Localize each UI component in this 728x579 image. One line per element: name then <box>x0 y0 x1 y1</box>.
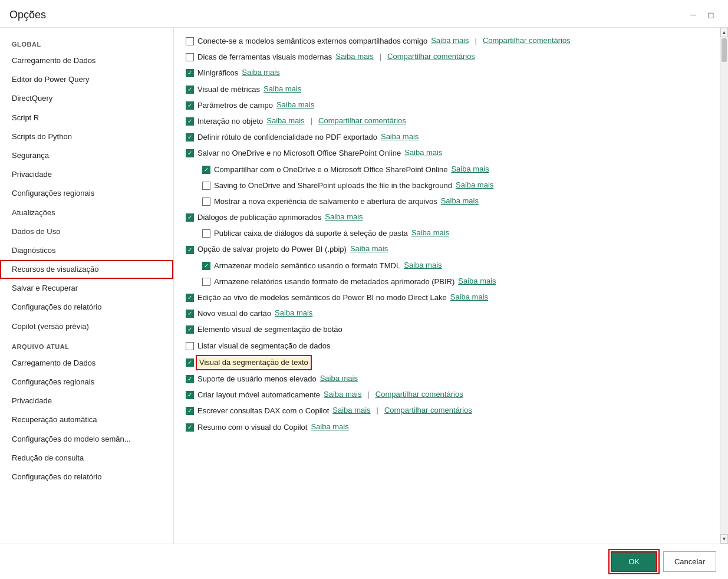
link-compartilhar-criar-layout[interactable]: Compartilhar comentários <box>375 390 463 399</box>
link-compartilhar-dicas[interactable]: Compartilhar comentários <box>387 52 475 61</box>
sidebar-item-a-config-regionais[interactable]: Configurações regionais <box>0 373 173 392</box>
ok-button[interactable]: OK <box>611 551 657 572</box>
checkbox-definir-rotulo[interactable] <box>186 133 194 142</box>
checkbox-publicar-caixa[interactable] <box>202 229 210 238</box>
checkbox-novo-visual-cartao[interactable] <box>186 310 194 318</box>
sidebar-item-a-config-relatorio[interactable]: Configurações do relatório <box>0 468 173 486</box>
link-saiba-mais-dialogos[interactable]: Saiba mais <box>325 212 363 221</box>
link-saiba-mais-saving-onedrive[interactable]: Saiba mais <box>456 180 493 189</box>
link-saiba-mais-opcao-salvar[interactable]: Saiba mais <box>350 244 388 253</box>
label-dialogos: Diálogos de publicação aprimorados <box>197 212 321 223</box>
link-saiba-mais-armazene-relatorios[interactable]: Saiba mais <box>458 277 496 285</box>
sidebar-item-config-regionais[interactable]: Configurações regionais <box>0 184 173 203</box>
option-row-visual-metricas: Visual de métricas Saiba mais <box>186 84 708 95</box>
checkbox-suporte-usuario[interactable] <box>186 375 194 383</box>
checkbox-criar-layout[interactable] <box>186 391 194 399</box>
content-area: Conecte-se a modelos semânticos externos… <box>174 28 720 544</box>
link-compartilhar-escrever-dax[interactable]: Compartilhar comentários <box>384 406 472 414</box>
checkbox-interacao[interactable] <box>186 117 194 126</box>
link-saiba-mais-criar-layout[interactable]: Saiba mais <box>324 390 361 399</box>
sidebar-item-carga-dados[interactable]: Carregamento de Dados <box>0 51 173 70</box>
cancel-button[interactable]: Cancelar <box>663 551 716 572</box>
sidebar-item-diagnosticos[interactable]: Diagnósticos <box>0 241 173 260</box>
checkbox-opcao-salvar[interactable] <box>186 246 194 254</box>
link-saiba-mais-compartilhar-onedrive[interactable]: Saiba mais <box>451 165 489 173</box>
label-listar-visual: Listar visual de segmentação de dados <box>197 341 330 351</box>
scroll-down-button[interactable]: ▼ <box>720 534 728 544</box>
link-saiba-mais-escrever-dax[interactable]: Saiba mais <box>332 406 370 414</box>
sidebar-item-copilot[interactable]: Copilot (versão prévia) <box>0 317 173 336</box>
sidebar-item-a-carga-dados[interactable]: Carregamento de Dados <box>0 354 173 373</box>
checkbox-compartilhar-onedrive[interactable] <box>202 166 210 174</box>
scroll-up-button[interactable]: ▲ <box>720 28 728 37</box>
sidebar-item-script-r[interactable]: Script R <box>0 108 173 127</box>
sidebar-item-python[interactable]: Scripts do Python <box>0 127 173 146</box>
sidebar-item-atualizacoes[interactable]: Atualizações <box>0 203 173 222</box>
link-compartilhar-conecte[interactable]: Compartilhar comentários <box>483 36 571 45</box>
checkbox-visual-metricas[interactable] <box>186 85 194 94</box>
scrollbar: ▲ ▼ <box>720 28 728 544</box>
label-edicao-vivo: Edição ao vivo de modelos semânticos do … <box>197 292 447 303</box>
link-saiba-mais-resumo-copilot[interactable]: Saiba mais <box>311 422 348 431</box>
sidebar-item-a-recuperacao[interactable]: Recuperação automática <box>0 410 173 429</box>
link-saiba-mais-interacao[interactable]: Saiba mais <box>266 116 304 125</box>
option-row-edicao-vivo: Edição ao vivo de modelos semânticos do … <box>186 292 708 303</box>
checkbox-dicas[interactable] <box>186 53 194 61</box>
sidebar-item-a-config-modelo[interactable]: Configurações do modelo semân... <box>0 430 173 449</box>
sidebar-item-recursos-visualizacao[interactable]: Recursos de visualização <box>0 260 173 279</box>
checkbox-armazenar-tmdl[interactable] <box>202 262 210 270</box>
checkbox-resumo-copilot[interactable] <box>186 423 194 432</box>
link-saiba-mais-minigraficos[interactable]: Saiba mais <box>242 68 279 77</box>
link-saiba-mais-salvar-onedrive[interactable]: Saiba mais <box>404 148 442 157</box>
link-saiba-mais-definir-rotulo[interactable]: Saiba mais <box>381 132 419 141</box>
link-saiba-mais-dicas[interactable]: Saiba mais <box>335 52 373 61</box>
checkbox-visual-segmentacao-texto[interactable] <box>186 358 194 367</box>
minimize-button[interactable]: ─ <box>686 7 701 22</box>
checkbox-armazene-relatorios[interactable] <box>202 278 210 286</box>
label-opcao-salvar: Opção de salvar projeto do Power BI (.pb… <box>197 244 347 255</box>
checkbox-elemento-visual[interactable] <box>186 325 194 334</box>
checkbox-saving-onedrive[interactable] <box>202 182 210 190</box>
link-saiba-mais-novo-visual-cartao[interactable]: Saiba mais <box>275 308 312 317</box>
option-row-suporte-usuario: Suporte de usuário menos elevado Saiba m… <box>186 374 708 384</box>
sidebar-item-power-query[interactable]: Editor do Power Query <box>0 70 173 89</box>
checkbox-edicao-vivo[interactable] <box>186 294 194 302</box>
checkbox-conecte-modelos[interactable] <box>186 37 194 45</box>
maximize-button[interactable]: ◻ <box>703 7 719 22</box>
link-saiba-mais-conecte[interactable]: Saiba mais <box>431 36 469 45</box>
link-compartilhar-interacao[interactable]: Compartilhar comentários <box>318 116 406 125</box>
checkbox-listar-visual[interactable] <box>186 342 194 350</box>
link-saiba-mais-mostrar-nova[interactable]: Saiba mais <box>441 196 479 205</box>
link-saiba-mais-edicao-vivo[interactable]: Saiba mais <box>450 292 488 301</box>
link-saiba-mais-armazenar-tmdl[interactable]: Saiba mais <box>404 261 442 269</box>
link-saiba-mais-parametros[interactable]: Saiba mais <box>276 100 314 109</box>
label-suporte-usuario: Suporte de usuário menos elevado <box>197 374 317 384</box>
checkbox-salvar-onedrive[interactable] <box>186 149 194 157</box>
link-saiba-mais-suporte-usuario[interactable]: Saiba mais <box>320 374 358 383</box>
sidebar-item-a-reducao[interactable]: Redução de consulta <box>0 449 173 468</box>
label-armazenar-tmdl: Armazenar modelo semântico usando o form… <box>214 261 400 271</box>
sidebar-item-seguranca[interactable]: Segurança <box>0 146 173 165</box>
sidebar-item-a-privacidade[interactable]: Privacidade <box>0 392 173 410</box>
label-salvar-onedrive: Salvar no OneDrive e no Microsoft Office… <box>197 148 401 159</box>
sidebar-item-privacidade[interactable]: Privacidade <box>0 165 173 184</box>
label-dicas: Dicas de ferramentas visuais modernas <box>197 52 332 62</box>
label-criar-layout: Criar layout móvel automaticamente <box>197 390 320 400</box>
sidebar-item-directquery[interactable]: DirectQuery <box>0 89 173 108</box>
label-saving-onedrive: Saving to OneDrive and SharePoint upload… <box>214 180 452 191</box>
checkbox-parametros[interactable] <box>186 101 194 110</box>
sidebar-item-dados-uso[interactable]: Dados de Uso <box>0 222 173 241</box>
sidebar-item-config-relatorio[interactable]: Configurações do relatório <box>0 298 173 317</box>
arquivo-section-header: ARQUIVO ATUAL <box>0 336 173 354</box>
cb-conecte-modelos: Conecte-se a modelos semânticos externos… <box>186 36 427 47</box>
checkbox-mostrar-nova[interactable] <box>202 198 210 206</box>
checkbox-minigraficos[interactable] <box>186 69 194 77</box>
checkbox-escrever-dax[interactable] <box>186 407 194 415</box>
checkbox-dialogos[interactable] <box>186 213 194 222</box>
link-saiba-mais-publicar-caixa[interactable]: Saiba mais <box>411 228 449 237</box>
global-section-header: GLOBAL <box>0 34 173 51</box>
option-row-elemento-visual: Elemento visual de segmentação de botão <box>186 324 708 335</box>
sidebar-item-salvar-recuperar[interactable]: Salvar e Recuperar <box>0 279 173 298</box>
link-saiba-mais-visual-metricas[interactable]: Saiba mais <box>263 84 301 93</box>
label-resumo-copilot: Resumo com o visual do Copilot <box>197 422 307 433</box>
